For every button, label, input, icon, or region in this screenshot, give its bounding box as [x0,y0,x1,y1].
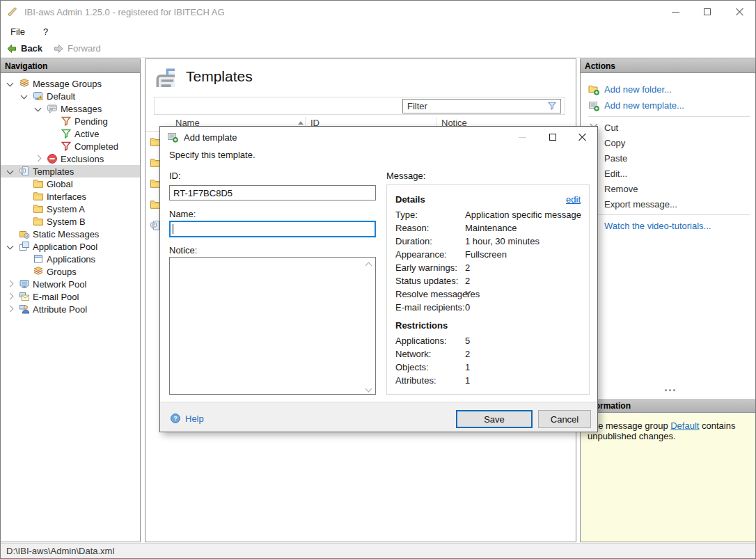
nav-item-system-a[interactable]: System A [1,203,140,215]
static-messages-icon [19,228,30,239]
copy-action[interactable]: Copy [581,135,756,150]
navigation-tree: Message Groups Default Messages Pending … [1,73,140,315]
dialog-close-button[interactable] [567,127,597,148]
minimize-button[interactable] [659,1,691,23]
add-new-template-action[interactable]: Add new template... [581,97,756,113]
dialog-minimize-button [507,127,537,148]
notice-field[interactable] [169,257,376,395]
separator [588,116,750,117]
actions-panel: Actions Add new folder... Add new templa… [580,58,756,542]
scroll-down-icon[interactable] [365,386,372,393]
nav-item-application-pool[interactable]: Application Pool [1,240,140,253]
nav-item-templates[interactable]: Templates [1,165,140,178]
detail-label: Duration: [395,236,432,246]
nav-item-system-b[interactable]: System B [1,215,140,228]
panel-splitter-grip[interactable] [669,389,671,391]
detail-label: Reason: [395,223,429,233]
nav-item-messages[interactable]: Messages [1,102,140,115]
restriction-value: 2 [465,349,470,359]
status-bar: D:\IBI-aws\Admin\Data.xml [1,543,755,558]
detail-value: Maintenance [465,223,517,233]
dialog-title: Add template [184,132,237,143]
default-group-link[interactable]: Default [670,420,699,431]
edit-link[interactable]: edit [566,194,581,205]
restriction-label: Applications: [395,336,447,346]
separator [588,214,750,215]
back-arrow-icon[interactable] [6,43,17,54]
close-button[interactable] [723,1,755,23]
maximize-button[interactable] [691,1,723,23]
chevron-right-icon[interactable] [5,291,16,302]
nav-item-active[interactable]: Active [1,127,140,140]
nav-item-default[interactable]: Default [1,90,140,102]
chevron-down-icon[interactable] [5,166,16,177]
monitor-warning-icon [33,90,44,102]
help-link[interactable]: Help [170,413,204,424]
actions-header: Actions [581,59,756,73]
nav-item-completed[interactable]: Completed [1,140,140,152]
exclusions-icon [47,153,58,164]
chevron-right-icon[interactable] [5,278,16,290]
messages-icon [47,103,58,114]
application-pool-icon [19,241,30,252]
nav-item-pending[interactable]: Pending [1,115,140,127]
back-button[interactable]: Back [21,43,42,54]
forward-button[interactable]: Forward [68,43,101,54]
add-folder-icon [588,84,599,95]
detail-value: 0 [465,302,470,313]
notice-label: Notice: [169,245,197,255]
active-funnel-icon [61,128,72,139]
detail-label: Type: [395,210,418,220]
dialog-subtitle: Specify this template. [169,150,255,160]
chevron-down-icon[interactable] [5,241,16,252]
restriction-value: 5 [465,336,470,346]
watch-video-tutorials-action[interactable]: Watch the video-tutorials... [581,218,756,234]
scroll-up-icon[interactable] [365,260,372,267]
edit-action[interactable]: Edit... [581,166,756,181]
chevron-down-icon[interactable] [33,103,44,114]
sort-ascending-icon [298,121,304,125]
message-groups-icon [19,78,30,89]
detail-value: 2 [465,276,470,286]
nav-item-groups[interactable]: Groups [1,265,140,278]
filter-strip [154,97,565,115]
menu-file[interactable]: File [10,26,25,37]
nav-item-global[interactable]: Global [1,178,140,190]
cut-action[interactable]: Cut [581,120,756,135]
chevron-right-icon[interactable] [5,304,16,315]
nav-item-interfaces[interactable]: Interfaces [1,190,140,203]
restriction-value: 1 [465,362,470,372]
nav-item-attribute-pool[interactable]: Attribute Pool [1,303,140,315]
menu-help[interactable]: ? [43,26,48,37]
detail-value: Fullscreen [465,249,507,260]
nav-item-applications[interactable]: Applications [1,253,140,265]
add-template-icon [167,132,178,143]
save-button[interactable]: Save [456,410,533,428]
detail-value: Yes [465,289,480,299]
nav-item-network-pool[interactable]: Network Pool [1,278,140,290]
chevron-down-icon[interactable] [5,78,16,89]
filter-input[interactable] [402,99,561,113]
cancel-button[interactable]: Cancel [538,410,591,428]
filter-funnel-icon[interactable] [547,101,558,111]
minimize-icon [519,137,526,138]
minimize-icon [672,12,679,13]
chevron-right-icon[interactable] [33,153,44,164]
nav-item-email-pool[interactable]: E-mail Pool [1,290,140,303]
chevron-down-icon[interactable] [19,90,30,102]
restriction-value: 1 [465,375,470,386]
export-message-action[interactable]: Export message... [581,196,756,212]
name-label: Name: [169,209,196,219]
remove-action[interactable]: Remove [581,181,756,196]
status-path: D:\IBI-aws\Admin\Data.xml [6,546,114,556]
nav-item-exclusions[interactable]: Exclusions [1,152,140,165]
id-field[interactable] [169,185,376,200]
dialog-maximize-button[interactable] [537,127,567,148]
network-pool-icon [19,278,30,290]
name-field[interactable] [169,221,376,237]
app-window: IBI-aws Admin 1.25.0 - registered for IB… [0,0,756,559]
add-new-folder-action[interactable]: Add new folder... [581,81,756,97]
paste-action[interactable]: Paste [581,150,756,166]
nav-item-static-messages[interactable]: Static Messages [1,228,140,240]
nav-item-message-groups[interactable]: Message Groups [1,77,140,90]
